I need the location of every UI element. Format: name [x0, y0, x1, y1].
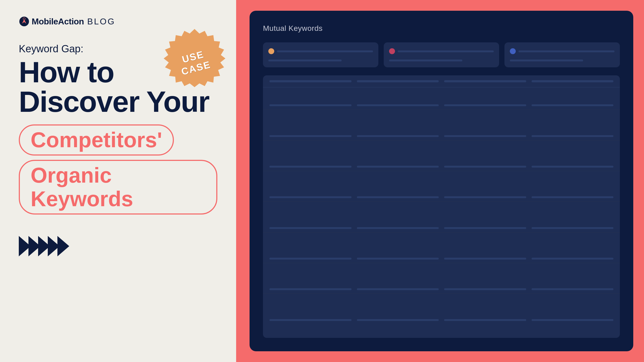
- table-row: [263, 162, 620, 171]
- card-1-line: [277, 50, 373, 52]
- col-header-3: [444, 80, 526, 82]
- card-3-header: [510, 48, 614, 54]
- dashboard-title: Mutual Keywords: [263, 24, 620, 33]
- cell: [532, 196, 614, 198]
- cell: [444, 288, 526, 290]
- card-2-dot: [389, 48, 395, 54]
- card-1-header: [268, 48, 373, 54]
- cell: [357, 104, 439, 106]
- cell: [532, 104, 614, 106]
- table-row: [263, 193, 620, 202]
- card-1-line-b: [268, 60, 342, 61]
- table-header: [263, 75, 620, 87]
- right-panel: Mutual Keywords: [236, 0, 644, 362]
- cell: [357, 227, 439, 229]
- metric-card-2: [384, 42, 499, 67]
- starburst-shape: USECASE: [160, 28, 229, 97]
- arrows-decoration: [19, 236, 217, 256]
- cell: [532, 288, 614, 290]
- metric-card-3: [504, 42, 620, 67]
- blog-label: BLOG: [87, 17, 115, 27]
- arrow-5: [57, 236, 69, 256]
- dashboard: Mutual Keywords: [250, 11, 633, 351]
- cell: [444, 104, 526, 106]
- table-row: [263, 254, 620, 263]
- col-header-2: [357, 80, 439, 82]
- cell: [444, 319, 526, 321]
- highlighted-container: Competitors' Organic Keywords: [19, 124, 217, 215]
- card-2-header: [389, 48, 494, 54]
- card-1-lines: [268, 57, 373, 61]
- col-header-1: [269, 80, 352, 82]
- cell: [357, 135, 439, 137]
- cell: [269, 104, 352, 106]
- table-row: [263, 101, 620, 110]
- cell: [269, 258, 352, 260]
- cell: [532, 258, 614, 260]
- cell: [444, 135, 526, 137]
- cell: [532, 135, 614, 137]
- highlighted-pill-2: Organic Keywords: [19, 160, 217, 215]
- col-header-4: [532, 80, 614, 82]
- cell: [444, 196, 526, 198]
- highlighted-text-1: Competitors': [31, 128, 162, 152]
- cell: [357, 288, 439, 290]
- left-panel: MobileAction BLOG Keyword Gap: How to Di…: [0, 0, 236, 362]
- cell: [357, 319, 439, 321]
- cell: [269, 166, 352, 168]
- card-3-lines: [510, 57, 614, 61]
- cell: [532, 227, 614, 229]
- cell: [269, 319, 352, 321]
- cell: [269, 196, 352, 198]
- card-2-line-b: [389, 60, 462, 61]
- cell: [357, 196, 439, 198]
- cell: [444, 227, 526, 229]
- use-case-badge: USECASE: [156, 24, 233, 101]
- highlighted-pill-1: Competitors': [19, 124, 174, 156]
- table-rows: [263, 87, 620, 338]
- svg-point-1: [23, 18, 25, 20]
- cell: [532, 166, 614, 168]
- cards-row: [263, 42, 620, 67]
- logo-icon: [19, 16, 30, 27]
- card-2-lines: [389, 57, 494, 61]
- table-row: [263, 132, 620, 141]
- table-row: [263, 316, 620, 324]
- cell: [269, 135, 352, 137]
- card-1-dot: [268, 48, 274, 54]
- card-3-line-b: [510, 60, 583, 61]
- table-row: [263, 224, 620, 232]
- cell: [269, 288, 352, 290]
- cell: [444, 166, 526, 168]
- data-table: [263, 75, 620, 338]
- cell: [532, 319, 614, 321]
- highlighted-text-2: Organic Keywords: [31, 163, 133, 211]
- cell: [444, 258, 526, 260]
- cell: [269, 227, 352, 229]
- card-3-line: [518, 50, 614, 52]
- metric-card-1: [263, 42, 378, 67]
- cell: [357, 258, 439, 260]
- card-2-line: [398, 50, 494, 52]
- brand-name: MobileAction: [32, 17, 84, 27]
- card-3-dot: [510, 48, 516, 54]
- table-row: [263, 285, 620, 294]
- cell: [357, 166, 439, 168]
